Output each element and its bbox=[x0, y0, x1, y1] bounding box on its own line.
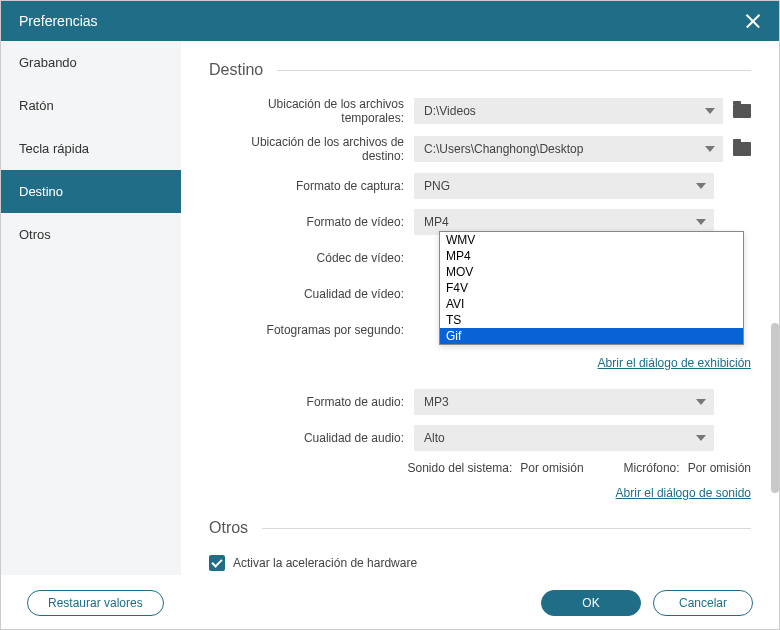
video-format-option[interactable]: F4V bbox=[440, 280, 743, 296]
sidebar-item-otros[interactable]: Otros bbox=[1, 213, 181, 256]
row-hw-accel: Activar la aceleración de hardware bbox=[209, 555, 751, 571]
system-sound-value: Por omisión bbox=[520, 461, 583, 475]
select-value: C:\Users\Changhong\Desktop bbox=[424, 142, 583, 156]
label-temp-location: Ubicación de los archivos temporales: bbox=[209, 97, 414, 125]
sidebar-item-label: Tecla rápida bbox=[19, 141, 89, 156]
sidebar: Grabando Ratón Tecla rápida Destino Otro… bbox=[1, 41, 181, 575]
select-capture-format[interactable]: PNG bbox=[414, 173, 714, 199]
video-format-option[interactable]: MOV bbox=[440, 264, 743, 280]
chevron-down-icon bbox=[696, 399, 706, 405]
select-value: MP3 bbox=[424, 395, 449, 409]
folder-icon[interactable] bbox=[733, 142, 751, 156]
select-temp-location[interactable]: D:\Videos bbox=[414, 98, 723, 124]
divider bbox=[262, 528, 751, 529]
row-dest-location: Ubicación de los archivos de destino: C:… bbox=[209, 135, 751, 163]
section-title-otros: Otros bbox=[209, 519, 751, 537]
section-title-text: Otros bbox=[209, 519, 248, 537]
hw-accel-checkbox[interactable] bbox=[209, 555, 225, 571]
sidebar-item-destino[interactable]: Destino bbox=[1, 170, 181, 213]
button-label: Cancelar bbox=[679, 596, 727, 610]
sidebar-item-label: Otros bbox=[19, 227, 51, 242]
section-title-destino: Destino bbox=[209, 61, 751, 79]
folder-icon[interactable] bbox=[733, 104, 751, 118]
select-value: Alto bbox=[424, 431, 445, 445]
chevron-down-icon bbox=[705, 108, 715, 114]
label-audio-quality: Cualidad de audio: bbox=[209, 431, 414, 445]
video-format-dropdown-list[interactable]: WMVMP4MOVF4VAVITSGif bbox=[439, 231, 744, 345]
label-video-quality: Cualidad de vídeo: bbox=[209, 287, 414, 301]
row-audio-quality: Cualidad de audio: Alto bbox=[209, 425, 751, 451]
ok-button[interactable]: OK bbox=[541, 590, 641, 616]
titlebar: Preferencias bbox=[1, 1, 779, 41]
row-temp-location: Ubicación de los archivos temporales: D:… bbox=[209, 97, 751, 125]
system-sound-status: Sonido del sistema: Por omisión bbox=[408, 461, 584, 475]
row-audio-status: Sonido del sistema: Por omisión Micrófon… bbox=[209, 461, 751, 475]
select-audio-format[interactable]: MP3 bbox=[414, 389, 714, 415]
mic-value: Por omisión bbox=[688, 461, 751, 475]
select-value: PNG bbox=[424, 179, 450, 193]
preferences-window: Preferencias Grabando Ratón Tecla rápida… bbox=[0, 0, 780, 630]
label-video-codec: Códec de vídeo: bbox=[209, 251, 414, 265]
system-sound-label: Sonido del sistema: bbox=[408, 461, 513, 475]
button-label: Restaurar valores bbox=[48, 596, 143, 610]
select-value: MP4 bbox=[424, 215, 449, 229]
chevron-down-icon bbox=[696, 219, 706, 225]
row-audio-format: Formato de audio: MP3 bbox=[209, 389, 751, 415]
row-open-display-link: Abrir el diálogo de exhibición bbox=[209, 353, 751, 371]
open-sound-dialog-link[interactable]: Abrir el diálogo de sonido bbox=[616, 486, 751, 500]
sidebar-item-label: Grabando bbox=[19, 55, 77, 70]
chevron-down-icon bbox=[696, 435, 706, 441]
video-format-option[interactable]: MP4 bbox=[440, 248, 743, 264]
hw-accel-label: Activar la aceleración de hardware bbox=[233, 556, 417, 570]
label-dest-location: Ubicación de los archivos de destino: bbox=[209, 135, 414, 163]
row-capture-format: Formato de captura: PNG bbox=[209, 173, 751, 199]
close-icon[interactable] bbox=[745, 13, 761, 29]
select-audio-quality[interactable]: Alto bbox=[414, 425, 714, 451]
select-dest-location[interactable]: C:\Users\Changhong\Desktop bbox=[414, 136, 723, 162]
video-format-option[interactable]: WMV bbox=[440, 232, 743, 248]
mic-label: Micrófono: bbox=[624, 461, 680, 475]
sidebar-item-raton[interactable]: Ratón bbox=[1, 84, 181, 127]
label-capture-format: Formato de captura: bbox=[209, 179, 414, 193]
row-open-sound-link: Abrir el diálogo de sonido bbox=[209, 483, 751, 501]
label-fps: Fotogramas por segundo: bbox=[209, 323, 414, 337]
divider bbox=[277, 70, 751, 71]
label-audio-format: Formato de audio: bbox=[209, 395, 414, 409]
chevron-down-icon bbox=[705, 146, 715, 152]
sidebar-item-tecla-rapida[interactable]: Tecla rápida bbox=[1, 127, 181, 170]
sidebar-item-label: Ratón bbox=[19, 98, 54, 113]
scrollbar-thumb[interactable] bbox=[771, 323, 779, 493]
open-display-dialog-link[interactable]: Abrir el diálogo de exhibición bbox=[598, 356, 751, 370]
restore-defaults-button[interactable]: Restaurar valores bbox=[27, 590, 164, 616]
label-video-format: Formato de vídeo: bbox=[209, 215, 414, 229]
window-title: Preferencias bbox=[19, 13, 98, 29]
footer: Restaurar valores OK Cancelar bbox=[1, 575, 779, 629]
section-title-text: Destino bbox=[209, 61, 263, 79]
sidebar-item-grabando[interactable]: Grabando bbox=[1, 41, 181, 84]
chevron-down-icon bbox=[696, 183, 706, 189]
button-label: OK bbox=[582, 596, 599, 610]
video-format-option[interactable]: Gif bbox=[440, 328, 743, 344]
cancel-button[interactable]: Cancelar bbox=[653, 590, 753, 616]
mic-status: Micrófono: Por omisión bbox=[624, 461, 751, 475]
video-format-option[interactable]: AVI bbox=[440, 296, 743, 312]
select-value: D:\Videos bbox=[424, 104, 476, 118]
sidebar-item-label: Destino bbox=[19, 184, 63, 199]
video-format-option[interactable]: TS bbox=[440, 312, 743, 328]
